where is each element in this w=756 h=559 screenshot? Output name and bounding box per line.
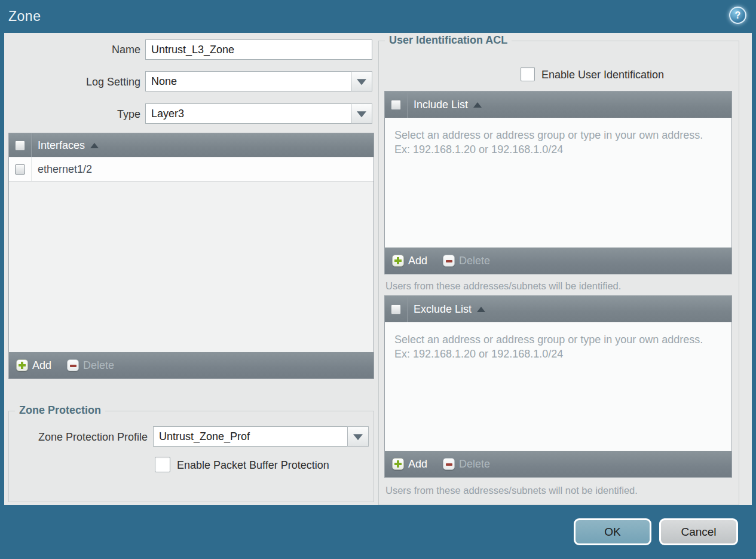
include-list-footer: Add Delete	[385, 248, 731, 274]
log-setting-dropdown-button[interactable]	[351, 71, 372, 91]
user-identification-legend: User Identification ACL	[385, 34, 512, 47]
interfaces-column-header[interactable]: Interfaces	[32, 139, 99, 152]
add-plus-icon	[16, 359, 28, 371]
zone-protection-legend: Zone Protection	[15, 404, 105, 417]
select-all-cell	[9, 133, 32, 157]
zone-protection-profile-dropdown-button[interactable]	[347, 426, 369, 447]
chevron-down-icon	[357, 79, 366, 85]
select-all-checkbox[interactable]	[391, 100, 401, 110]
sort-ascending-icon	[477, 307, 485, 312]
select-all-cell	[385, 91, 408, 118]
interfaces-delete-button[interactable]: Delete	[67, 359, 114, 372]
log-setting-label: Log Setting	[18, 76, 140, 88]
interface-name: ethernet1/2	[32, 163, 92, 176]
row-checkbox-cell	[9, 157, 32, 181]
interface-row[interactable]: ethernet1/2	[9, 157, 374, 182]
exclude-list-column-header[interactable]: Exclude List	[408, 303, 485, 316]
dialog-title: Zone	[8, 8, 41, 25]
type-select[interactable]: Layer3	[145, 103, 351, 124]
name-label: Name	[18, 44, 140, 56]
include-delete-button[interactable]: Delete	[443, 255, 490, 267]
delete-minus-icon	[443, 255, 455, 267]
cancel-button[interactable]: Cancel	[659, 518, 738, 545]
delete-minus-icon	[443, 458, 455, 470]
ok-button[interactable]: OK	[574, 518, 651, 545]
add-plus-icon	[392, 255, 404, 267]
log-setting-select[interactable]: None	[145, 71, 351, 91]
include-list-label: Include List	[414, 99, 468, 111]
packet-buffer-checkbox[interactable]	[155, 457, 170, 472]
help-icon[interactable]: ?	[729, 7, 746, 24]
type-label: Type	[18, 108, 140, 121]
interfaces-grid-footer: Add Delete	[9, 352, 374, 378]
add-button-label: Add	[408, 458, 427, 471]
include-list-header: Include List	[385, 91, 731, 118]
interfaces-grid-header: Interfaces	[9, 133, 374, 157]
chevron-down-icon	[357, 111, 366, 117]
delete-button-label: Delete	[83, 359, 114, 372]
dialog-titlebar: Zone ?	[0, 0, 756, 33]
delete-button-label: Delete	[459, 458, 490, 471]
type-dropdown-button[interactable]	[351, 103, 372, 124]
exclude-list-header: Exclude List	[385, 296, 731, 322]
include-list-placeholder: Select an address or address group or ty…	[385, 118, 729, 157]
delete-button-label: Delete	[459, 255, 490, 267]
select-all-cell	[385, 296, 408, 322]
include-list-body[interactable]: Select an address or address group or ty…	[385, 118, 731, 248]
include-list-grid: Include List Select an address or addres…	[384, 91, 732, 274]
chevron-down-icon	[353, 434, 363, 440]
add-button-label: Add	[408, 255, 427, 267]
select-all-checkbox[interactable]	[391, 304, 401, 314]
exclude-list-body[interactable]: Select an address or address group or ty…	[385, 322, 731, 451]
exclude-add-button[interactable]: Add	[392, 458, 427, 471]
exclude-delete-button[interactable]: Delete	[443, 458, 490, 471]
packet-buffer-label: Enable Packet Buffer Protection	[177, 459, 329, 472]
interfaces-column-label: Interfaces	[38, 139, 85, 152]
exclude-list-label: Exclude List	[414, 303, 472, 316]
select-all-checkbox[interactable]	[15, 140, 25, 151]
zone-protection-section: Zone Protection	[8, 411, 374, 502]
exclude-list-footer: Add Delete	[385, 451, 731, 477]
zone-protection-profile-select[interactable]: Untrust_Zone_Prof	[153, 426, 348, 447]
row-checkbox[interactable]	[15, 164, 25, 175]
sort-ascending-icon	[473, 102, 482, 108]
delete-minus-icon	[67, 359, 79, 371]
include-list-note: Users from these addresses/subnets will …	[385, 280, 621, 292]
zone-dialog: Zone ? Name Log Setting None Type Layer3…	[0, 0, 756, 559]
interfaces-grid-body: ethernet1/2	[9, 157, 374, 352]
add-button-label: Add	[32, 359, 51, 372]
sort-ascending-icon	[90, 143, 99, 148]
interfaces-grid: Interfaces ethernet1/2 Add Delete	[8, 133, 374, 379]
exclude-list-placeholder: Select an address or address group or ty…	[385, 322, 729, 362]
enable-user-identification-label: Enable User Identification	[541, 69, 664, 81]
interfaces-add-button[interactable]: Add	[16, 359, 51, 372]
zone-protection-profile-label: Zone Protection Profile	[18, 431, 148, 444]
exclude-list-note: Users from these addresses/subnets will …	[385, 485, 638, 496]
include-list-column-header[interactable]: Include List	[408, 99, 482, 111]
add-plus-icon	[392, 458, 404, 470]
enable-user-identification-checkbox[interactable]	[521, 67, 535, 81]
name-input[interactable]	[145, 39, 372, 60]
exclude-list-grid: Exclude List Select an address or addres…	[384, 295, 732, 478]
include-add-button[interactable]: Add	[392, 255, 427, 267]
